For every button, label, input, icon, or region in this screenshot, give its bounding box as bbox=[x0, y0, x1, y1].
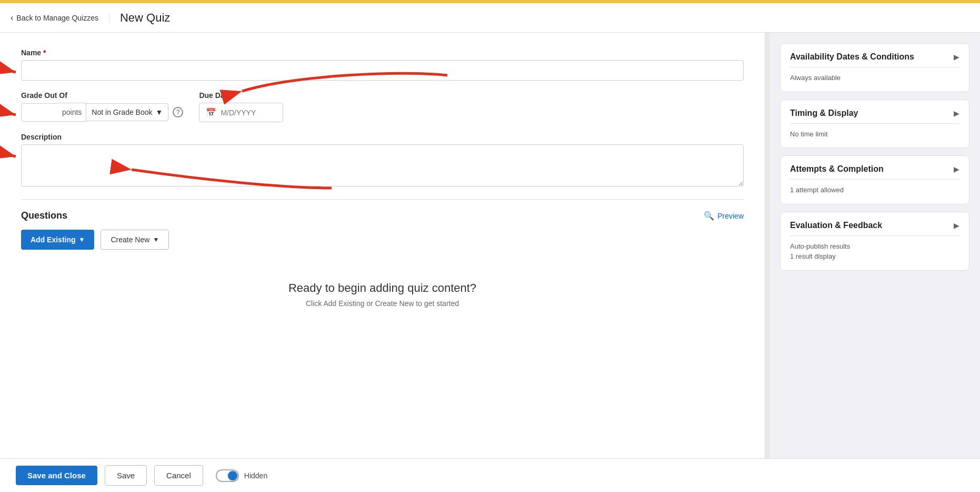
availability-divider bbox=[790, 67, 959, 67]
availability-dates-chevron-icon: ▶ bbox=[954, 53, 959, 61]
timing-display-chevron-icon: ▶ bbox=[954, 109, 959, 117]
timing-display-card-header: Timing & Display ▶ bbox=[790, 109, 959, 118]
attempts-completion-title: Attempts & Completion bbox=[790, 164, 884, 174]
hidden-toggle[interactable] bbox=[216, 469, 239, 482]
points-input[interactable]: 0 bbox=[21, 103, 58, 122]
evaluation-divider bbox=[790, 235, 959, 236]
divider bbox=[21, 199, 744, 200]
create-new-chevron-icon: ▼ bbox=[153, 236, 159, 243]
timing-display-detail: No time limit bbox=[790, 129, 959, 140]
timing-display-card[interactable]: Timing & Display ▶ No time limit bbox=[780, 100, 969, 149]
description-textarea[interactable] bbox=[21, 144, 744, 186]
questions-buttons: Add Existing ▼ Create New ▼ bbox=[21, 230, 744, 250]
save-button[interactable]: Save bbox=[105, 465, 147, 486]
preview-label: Preview bbox=[717, 212, 744, 220]
questions-header: Questions 🔍 Preview bbox=[21, 210, 744, 221]
availability-dates-card-header: Availability Dates & Conditions ▶ bbox=[790, 52, 959, 62]
timing-divider bbox=[790, 123, 959, 124]
description-label: Description bbox=[21, 133, 744, 141]
availability-dates-title: Availability Dates & Conditions bbox=[790, 52, 914, 62]
right-panel: Availability Dates & Conditions ▶ Always… bbox=[769, 33, 980, 458]
availability-dates-detail: Always available bbox=[790, 73, 959, 83]
questions-title: Questions bbox=[21, 210, 67, 221]
cancel-button[interactable]: Cancel bbox=[154, 465, 203, 486]
hidden-toggle-label: Hidden bbox=[244, 471, 267, 480]
preview-icon: 🔍 bbox=[704, 211, 714, 221]
grade-label: Grade Out Of bbox=[21, 91, 183, 100]
save-and-close-button[interactable]: Save and Close bbox=[16, 466, 97, 485]
evaluation-detail-line2: 1 result display bbox=[790, 251, 959, 262]
due-date-input[interactable] bbox=[221, 109, 278, 117]
points-unit: points bbox=[58, 103, 86, 122]
attempts-divider bbox=[790, 179, 959, 180]
attempts-completion-chevron-icon: ▶ bbox=[954, 165, 959, 173]
description-field-group: Description bbox=[21, 133, 744, 189]
main-layout: Name Untitled bbox=[0, 33, 980, 458]
calendar-icon: 📅 bbox=[206, 107, 216, 117]
due-date-label: Due Date bbox=[199, 91, 283, 100]
page-title: New Quiz bbox=[109, 11, 170, 25]
add-existing-label: Add Existing bbox=[31, 235, 76, 244]
due-date-input-wrap[interactable]: 📅 bbox=[199, 103, 283, 122]
empty-state: Ready to begin adding quiz content? Clic… bbox=[21, 265, 744, 323]
empty-state-subtitle: Click Add Existing or Create New to get … bbox=[21, 299, 744, 308]
back-to-manage-quizzes-link[interactable]: ‹ Back to Manage Quizzes bbox=[11, 13, 109, 23]
name-input[interactable]: Untitled bbox=[21, 60, 744, 81]
grade-due-row: Grade Out Of 0 points Not in Grade Book … bbox=[21, 91, 744, 122]
back-link-label: Back to Manage Quizzes bbox=[16, 14, 98, 22]
evaluation-feedback-chevron-icon: ▶ bbox=[954, 221, 959, 230]
attempts-completion-detail: 1 attempt allowed bbox=[790, 185, 959, 195]
evaluation-feedback-card[interactable]: Evaluation & Feedback ▶ Auto-publish res… bbox=[780, 212, 969, 271]
add-existing-chevron-icon: ▼ bbox=[79, 236, 85, 243]
add-existing-button[interactable]: Add Existing ▼ bbox=[21, 230, 94, 250]
empty-state-title: Ready to begin adding quiz content? bbox=[21, 281, 744, 295]
create-new-button[interactable]: Create New ▼ bbox=[101, 230, 169, 250]
grade-group: Grade Out Of 0 points Not in Grade Book … bbox=[21, 91, 183, 122]
toggle-knob bbox=[228, 471, 237, 480]
header: ‹ Back to Manage Quizzes New Quiz bbox=[0, 3, 980, 33]
evaluation-feedback-title: Evaluation & Feedback bbox=[790, 221, 882, 230]
name-field-group: Name Untitled bbox=[21, 48, 744, 81]
grade-book-label: Not in Grade Book bbox=[92, 108, 152, 116]
bottom-bar: Save and Close Save Cancel Hidden bbox=[0, 458, 980, 492]
timing-display-title: Timing & Display bbox=[790, 109, 858, 118]
grade-book-dropdown[interactable]: Not in Grade Book ▼ bbox=[86, 103, 168, 121]
due-date-group: Due Date 📅 bbox=[199, 91, 283, 122]
grade-book-chevron-icon: ▼ bbox=[156, 108, 163, 116]
help-icon[interactable]: ? bbox=[173, 107, 183, 117]
create-new-label: Create New bbox=[111, 235, 149, 244]
name-label: Name bbox=[21, 48, 744, 57]
evaluation-feedback-detail: Auto-publish results 1 result display bbox=[790, 241, 959, 262]
hidden-toggle-wrap: Hidden bbox=[216, 469, 267, 482]
panel-divider bbox=[765, 33, 769, 458]
attempts-completion-card[interactable]: Attempts & Completion ▶ 1 attempt allowe… bbox=[780, 155, 969, 204]
evaluation-detail-line1: Auto-publish results bbox=[790, 241, 959, 252]
back-arrow-icon: ‹ bbox=[11, 13, 13, 23]
preview-link[interactable]: 🔍 Preview bbox=[704, 211, 744, 221]
evaluation-feedback-card-header: Evaluation & Feedback ▶ bbox=[790, 221, 959, 230]
availability-dates-card[interactable]: Availability Dates & Conditions ▶ Always… bbox=[780, 43, 969, 92]
left-panel: Name Untitled bbox=[0, 33, 765, 458]
attempts-completion-card-header: Attempts & Completion ▶ bbox=[790, 164, 959, 174]
grade-inline: 0 points Not in Grade Book ▼ ? bbox=[21, 103, 183, 122]
